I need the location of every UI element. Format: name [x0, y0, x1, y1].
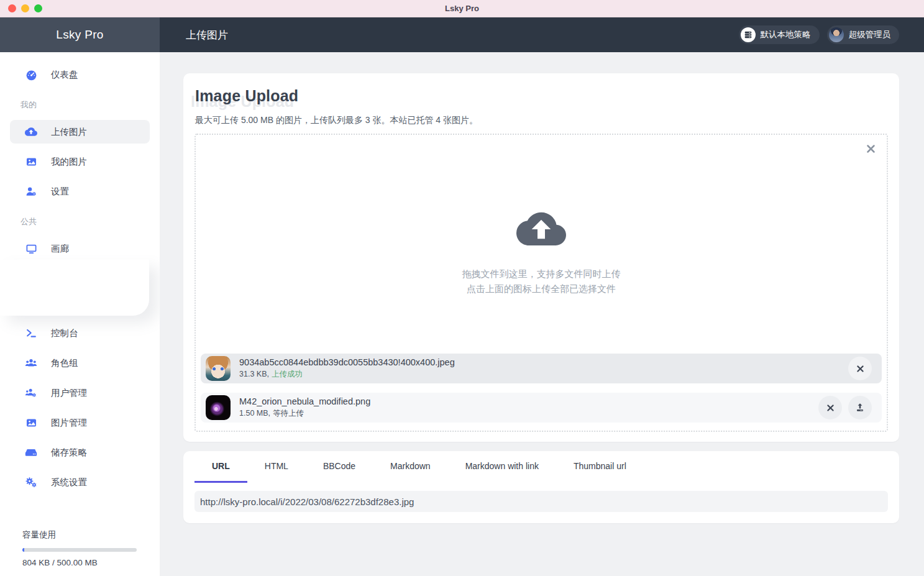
sidebar-item-role-groups[interactable]: 角色组 — [0, 348, 160, 378]
dropzone-hint-line2: 点击上面的图标上传全部已选择文件 — [462, 281, 621, 296]
window-title: Lsky Pro — [0, 4, 924, 13]
file-meta: 31.3 KB,上传成功 — [239, 369, 455, 380]
file-thumbnail — [206, 356, 231, 381]
sidebar-overlay-highlight — [0, 260, 149, 316]
link-formats-card: URL HTML BBCode Markdown Markdown with l… — [183, 451, 899, 523]
sidebar-item-my-images[interactable]: 我的图片 — [0, 147, 160, 176]
server-stack-icon — [741, 27, 756, 42]
tab-markdown[interactable]: Markdown — [373, 451, 448, 483]
brand-logo[interactable]: Lsky Pro — [0, 17, 160, 52]
close-icon[interactable] — [863, 141, 878, 156]
image-url-field[interactable] — [194, 491, 888, 512]
file-row-pending: M42_orion_nebula_modified.png 1.50 MB,等待… — [201, 393, 882, 423]
sidebar: 仪表盘 我的 上传图片 我的图片 设置 公共 画廊 — [0, 52, 160, 576]
image-upload-card: Image Upload Image Upload 最大可上传 5.00 MB … — [183, 73, 899, 442]
tab-bbcode[interactable]: BBCode — [306, 451, 373, 483]
sidebar-item-label: 用户管理 — [51, 387, 87, 399]
tab-url[interactable]: URL — [194, 451, 247, 483]
file-status: 上传成功 — [272, 370, 303, 378]
cloud-upload-icon — [25, 126, 37, 138]
app-header: Lsky Pro 上传图片 默认本地策略 超级管理员 — [0, 17, 924, 52]
users-icon — [25, 357, 37, 369]
file-meta: 1.50 MB,等待上传 — [239, 408, 370, 419]
storage-progress-fill — [22, 548, 24, 552]
file-name: M42_orion_nebula_modified.png — [239, 396, 370, 406]
topbar: 上传图片 默认本地策略 超级管理员 — [160, 17, 924, 52]
images-icon — [25, 416, 37, 429]
sidebar-item-image-management[interactable]: 图片管理 — [0, 408, 160, 437]
sidebar-item-label: 设置 — [51, 186, 69, 198]
sidebar-section-mine: 我的 — [0, 89, 160, 117]
sidebar-item-label: 仪表盘 — [51, 69, 78, 81]
users-gear-icon — [25, 386, 37, 399]
tab-markdown-with-link[interactable]: Markdown with link — [448, 451, 556, 483]
hard-drive-icon — [25, 446, 37, 459]
sidebar-item-gallery[interactable]: 画廊 — [0, 234, 160, 263]
main-content: Image Upload Image Upload 最大可上传 5.00 MB … — [160, 52, 924, 576]
storage-usage-value: 804 KB / 500.00 MB — [22, 558, 137, 567]
file-row-uploaded: 9034ab5cc0844ebdbb39dc0055bb3430!400x400… — [201, 354, 882, 383]
remove-file-button[interactable] — [818, 396, 842, 419]
storage-usage-widget: 容量使用 804 KB / 500.00 MB — [22, 529, 137, 567]
storage-strategy-label: 默认本地策略 — [761, 29, 811, 40]
user-name: 超级管理员 — [849, 29, 891, 40]
user-avatar — [829, 27, 844, 42]
sidebar-item-dashboard[interactable]: 仪表盘 — [0, 60, 160, 89]
sidebar-item-label: 系统设置 — [51, 477, 87, 488]
file-thumbnail — [206, 395, 231, 420]
sidebar-item-label: 画廊 — [51, 243, 69, 255]
sidebar-item-label: 上传图片 — [51, 126, 87, 138]
terminal-icon — [25, 327, 37, 339]
file-name: 9034ab5cc0844ebdbb39dc0055bb3430!400x400… — [239, 357, 455, 367]
link-format-tabs: URL HTML BBCode Markdown Markdown with l… — [194, 451, 888, 483]
tab-html[interactable]: HTML — [247, 451, 306, 483]
dropzone-hint: 拖拽文件到这里，支持多文件同时上传 点击上面的图标上传全部已选择文件 — [462, 267, 621, 296]
sidebar-item-label: 我的图片 — [51, 156, 87, 168]
tab-thumbnail-url[interactable]: Thumbnail url — [556, 451, 644, 483]
images-icon — [25, 155, 37, 168]
storage-progress-bar — [22, 548, 137, 552]
dropzone-hint-line1: 拖拽文件到这里，支持多文件同时上传 — [462, 267, 621, 281]
user-gear-icon — [25, 185, 37, 198]
sidebar-item-label: 控制台 — [51, 327, 78, 339]
storage-strategy-button[interactable]: 默认本地策略 — [739, 25, 820, 44]
sidebar-item-upload[interactable]: 上传图片 — [10, 120, 150, 144]
sidebar-section-public: 公共 — [0, 206, 160, 234]
user-menu-button[interactable]: 超级管理员 — [827, 25, 900, 44]
upload-queue: 9034ab5cc0844ebdbb39dc0055bb3430!400x400… — [196, 354, 887, 431]
sidebar-item-console[interactable]: 控制台 — [0, 318, 160, 348]
sidebar-item-settings[interactable]: 设置 — [0, 176, 160, 206]
upload-dropzone[interactable]: 拖拽文件到这里，支持多文件同时上传 点击上面的图标上传全部已选择文件 9034a… — [194, 134, 888, 432]
page-title: 上传图片 — [186, 28, 228, 42]
sidebar-item-storage-strategy[interactable]: 储存策略 — [0, 437, 160, 467]
macos-titlebar: Lsky Pro — [0, 0, 924, 17]
upload-limits-text: 最大可上传 5.00 MB 的图片，上传队列最多 3 张。本站已托管 4 张图片… — [195, 115, 888, 126]
sidebar-item-label: 图片管理 — [51, 417, 87, 429]
gauge-icon — [25, 68, 37, 81]
sidebar-item-system-settings[interactable]: 系统设置 — [0, 467, 160, 497]
storage-usage-label: 容量使用 — [22, 529, 137, 541]
sidebar-item-label: 角色组 — [51, 357, 78, 369]
upload-file-button[interactable] — [848, 396, 872, 419]
sidebar-item-user-management[interactable]: 用户管理 — [0, 378, 160, 408]
sidebar-item-label: 储存策略 — [51, 447, 87, 459]
card-title: Image Upload — [195, 87, 298, 105]
gears-icon — [25, 476, 37, 488]
cloud-upload-big-icon[interactable] — [516, 208, 566, 248]
file-status: 等待上传 — [273, 409, 304, 418]
remove-file-button[interactable] — [848, 357, 872, 380]
display-icon — [25, 242, 37, 255]
